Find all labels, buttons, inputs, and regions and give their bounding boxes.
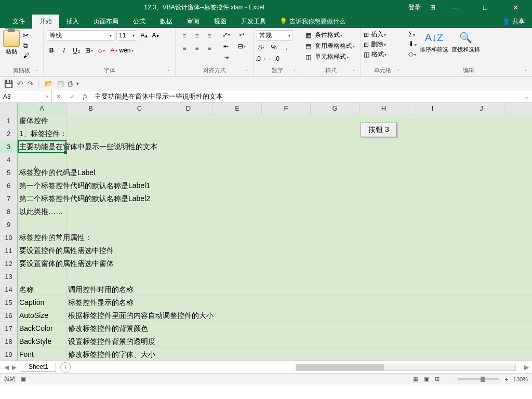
tab-review[interactable]: 审阅 (180, 15, 207, 29)
cell[interactable] (66, 231, 115, 244)
cell[interactable] (66, 244, 115, 257)
paste-icon[interactable] (3, 30, 20, 47)
cell[interactable]: 根据标签控件里面的内容自动调整控件的大小 (66, 309, 115, 322)
zoom-level[interactable]: 130% (513, 376, 528, 382)
tab-file[interactable]: 文件 (5, 15, 32, 29)
cell[interactable] (66, 192, 115, 205)
cell[interactable]: 标签控件显示的名称 (66, 296, 115, 309)
tab-formula[interactable]: 公式 (126, 15, 153, 29)
tab-home[interactable]: 开始 (32, 15, 59, 29)
wrap-text-button[interactable]: ↩ (237, 30, 246, 39)
fill-button[interactable]: ⬇ (408, 40, 417, 48)
accounting-format-icon[interactable]: $ (257, 43, 266, 52)
login-link[interactable]: 登录 (408, 3, 421, 12)
cell[interactable]: 设置标签控件背景的透明度 (66, 335, 115, 348)
cell[interactable]: 标签控件的代码是Label (18, 166, 66, 179)
cell[interactable]: 第一个标签控件代码的默认名称是Label1 (18, 179, 66, 192)
cell[interactable]: AutoSize (18, 309, 66, 322)
merge-button[interactable]: ⊟ (237, 42, 246, 51)
autosum-button[interactable]: Σ (408, 30, 417, 38)
fx-icon[interactable]: fx (79, 92, 91, 100)
cell[interactable]: 调用控件时用的名称 (66, 283, 115, 296)
row-header[interactable]: 17 (0, 322, 18, 335)
tab-view[interactable]: 视图 (207, 15, 234, 29)
cell-styles-button[interactable]: ◫单元格样式 (304, 52, 356, 62)
phonetic-button[interactable]: wén (122, 46, 131, 55)
select-all-corner[interactable] (0, 103, 18, 114)
copy-icon[interactable] (23, 42, 31, 50)
qat-new-icon[interactable]: ▦ (57, 79, 64, 88)
row-header[interactable]: 8 (0, 205, 18, 218)
format-as-table-button[interactable]: ▤套用表格格式 (304, 41, 356, 51)
sheet-nav-prev-icon[interactable]: ◀ (4, 364, 9, 371)
number-format-combo[interactable]: 常规▾ (257, 30, 293, 41)
sheet-tab-1[interactable]: Sheet1 (21, 362, 56, 372)
macro-record-icon[interactable]: ▣ (21, 376, 26, 382)
row-header[interactable]: 16 (0, 309, 18, 322)
cell[interactable] (66, 153, 115, 166)
col-header-C[interactable]: C (115, 103, 164, 114)
col-header-H[interactable]: H (360, 103, 408, 114)
cell[interactable]: 要设置窗体的属性需选中窗体 (18, 257, 66, 270)
align-center-icon[interactable]: ≡ (191, 43, 203, 54)
row-header[interactable]: 2 (0, 127, 18, 140)
format-cells-button[interactable]: ◫ 格式 (364, 50, 387, 59)
cell[interactable] (66, 114, 115, 127)
cell[interactable] (66, 205, 115, 218)
clear-button[interactable]: ◇ (408, 50, 417, 58)
row-header[interactable]: 4 (0, 153, 18, 166)
qat-open-icon[interactable]: 📂 (44, 79, 53, 88)
decrease-decimal-icon[interactable]: ←.0 (269, 54, 278, 63)
align-top-icon[interactable]: ≡ (179, 30, 190, 42)
find-select-button[interactable]: 🔍 查找和选择 (451, 30, 480, 54)
percent-format-icon[interactable]: % (269, 43, 278, 52)
view-normal-icon[interactable]: ▦ (411, 376, 420, 382)
cell[interactable]: 主要功能是在窗体中显示一些说明性的文本 (18, 140, 66, 153)
close-button[interactable]: ✕ (505, 4, 526, 11)
cell[interactable]: 修改标签控件的背景颜色 (66, 322, 115, 335)
cell[interactable]: 窗体控件 (18, 114, 66, 127)
qat-save-icon[interactable]: 💾 (4, 79, 13, 88)
increase-font-icon[interactable]: A▴ (139, 31, 149, 40)
cell[interactable] (18, 153, 66, 166)
minimize-button[interactable]: — (445, 4, 466, 11)
delete-cells-button[interactable]: ⊟ 删除 (364, 40, 387, 49)
cell[interactable]: 要设置控件的属性需选中控件 (18, 244, 66, 257)
row-header[interactable]: 1 (0, 114, 18, 127)
cell[interactable] (66, 270, 115, 283)
font-color-button[interactable]: A (109, 46, 118, 55)
align-right-icon[interactable]: ≡ (204, 43, 215, 54)
sheet-nav-next-icon[interactable]: ▶ (12, 364, 17, 371)
row-header[interactable]: 12 (0, 257, 18, 270)
font-name-combo[interactable]: 等线▾ (47, 30, 114, 41)
decrease-font-icon[interactable]: A▾ (151, 31, 160, 40)
row-header[interactable]: 11 (0, 244, 18, 257)
view-layout-icon[interactable]: ▣ (422, 376, 431, 382)
team-icon[interactable]: ⊞ (430, 4, 435, 11)
sheet-button-3[interactable]: 按钮 3 (361, 123, 397, 137)
view-pagebreak-icon[interactable]: ⊞ (433, 376, 442, 382)
cell[interactable]: BackStyle (18, 335, 66, 348)
align-middle-icon[interactable]: ≡ (191, 30, 203, 42)
row-header[interactable]: 10 (0, 231, 18, 244)
row-header[interactable]: 6 (0, 179, 18, 192)
zoom-slider[interactable] (458, 378, 499, 380)
cell[interactable]: BackColor (18, 322, 66, 335)
row-header[interactable]: 5 (0, 166, 18, 179)
format-painter-icon[interactable] (23, 52, 31, 60)
col-header-J[interactable]: J (457, 103, 506, 114)
cell[interactable] (18, 270, 66, 283)
cell[interactable]: 名称 (18, 283, 66, 296)
orientation-button[interactable]: ⤢ (221, 30, 231, 39)
row-header[interactable]: 15 (0, 296, 18, 309)
insert-cells-button[interactable]: ⊞ 插入 (364, 30, 387, 39)
border-button[interactable]: ⊞ (84, 46, 94, 55)
font-size-combo[interactable]: 11▾ (116, 30, 137, 41)
name-box[interactable]: A3▾ (0, 90, 52, 102)
paste-button[interactable]: 粘贴 (6, 48, 17, 56)
cell[interactable] (66, 140, 115, 153)
cell[interactable]: 第二个标签控件代码的默认名称是Label2 (18, 192, 66, 205)
tell-me-search[interactable]: 💡 告诉我你想要做什么 (280, 17, 345, 26)
row-header[interactable]: 13 (0, 270, 18, 283)
enter-formula-icon[interactable]: ✓ (65, 93, 79, 100)
